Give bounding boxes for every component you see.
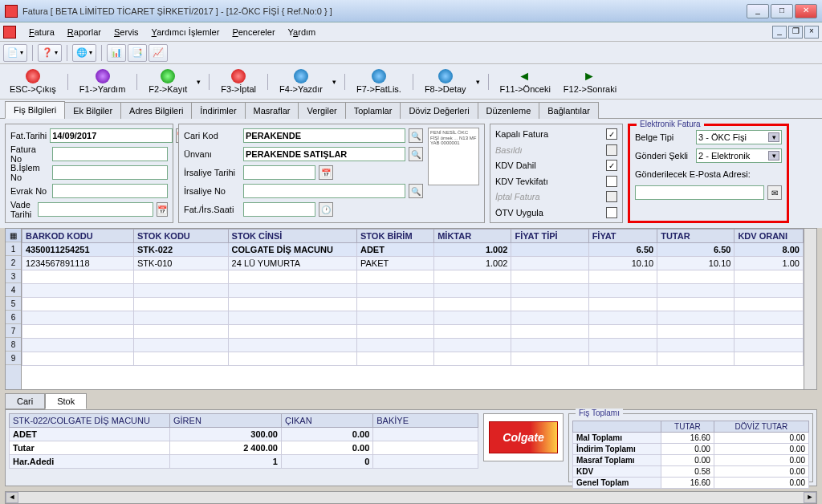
otv-checkbox[interactable] xyxy=(606,207,617,218)
grid-row[interactable]: 1234567891118STK-01024 LÜ YUMURTAPAKET1.… xyxy=(22,257,804,270)
grid-row[interactable]: 4350011254251STK-022COLGATE DİŞ MACUNUAD… xyxy=(22,243,804,257)
col-miktar[interactable]: MİKTAR xyxy=(434,230,511,243)
grid-rownum[interactable]: 9 xyxy=(6,352,21,365)
menu-pencereler[interactable]: Pencereler xyxy=(226,26,281,39)
menu-yardim[interactable]: Yardım xyxy=(282,26,323,39)
fattarihi-input[interactable] xyxy=(50,128,173,143)
col-barkod[interactable]: BARKOD KODU xyxy=(22,230,134,243)
lookup-icon[interactable]: 🔍 xyxy=(409,147,423,161)
tab-adres-bilgileri[interactable]: Adres Bilgileri xyxy=(120,102,192,119)
col-kdvorani[interactable]: KDV ORANI xyxy=(735,230,804,243)
tb-btn-6[interactable]: 📈 xyxy=(149,44,168,62)
menu-yardimci-islemler[interactable]: Yardımcı İşlemler xyxy=(145,26,226,39)
tb-btn-4[interactable]: 📊 xyxy=(107,44,126,62)
email-icon[interactable]: ✉ xyxy=(767,185,782,200)
grid-row[interactable] xyxy=(22,284,804,298)
tab-ek-bilgiler[interactable]: Ek Bilgiler xyxy=(64,102,121,119)
tab-toplamlar[interactable]: Toplamlar xyxy=(345,102,401,119)
mdi-restore-button[interactable]: ❐ xyxy=(788,26,803,39)
grid-rownum[interactable]: 4 xyxy=(6,283,21,297)
unvan-input[interactable] xyxy=(243,147,405,161)
grid-rownum[interactable]: 2 xyxy=(6,256,21,270)
close-button[interactable]: ✕ xyxy=(795,4,817,18)
grid-corner[interactable]: ▦ xyxy=(6,229,21,242)
esc-button[interactable]: ESC->Çıkış xyxy=(5,66,61,98)
f2-dropdown[interactable]: ▾ xyxy=(195,78,202,86)
col-stokkod[interactable]: STOK KODU xyxy=(134,230,229,243)
bislemno-input[interactable] xyxy=(52,165,168,180)
grid-rownum[interactable]: 6 xyxy=(6,311,21,324)
mdi-minimize-button[interactable]: _ xyxy=(772,26,787,39)
lookup-icon[interactable]: 🔍 xyxy=(409,184,423,198)
calendar-icon[interactable]: 📅 xyxy=(319,165,333,180)
kapali-checkbox[interactable]: ✓ xyxy=(606,128,617,140)
vadetarihi-input[interactable] xyxy=(38,202,153,217)
calendar-icon[interactable]: 📅 xyxy=(157,202,168,217)
col-fiyattipi[interactable]: FİYAT TİPİ xyxy=(511,230,588,243)
tab-indirimler[interactable]: İndirimler xyxy=(191,102,245,119)
fieldset-left: Fat.Tarihi📅 Fatura No B.İşlem No Evrak N… xyxy=(5,124,173,223)
grid-table[interactable]: BARKOD KODU STOK KODU STOK CİNSİ STOK Bİ… xyxy=(22,229,804,366)
tb-btn-1[interactable]: 📄▾ xyxy=(3,44,27,62)
tb-btn-2[interactable]: ❓▾ xyxy=(38,44,62,62)
gonderi-select[interactable]: 2 - Elektronik▾ xyxy=(696,148,782,163)
tab-vergiler[interactable]: Vergiler xyxy=(298,102,345,119)
faturano-label: Fatura No xyxy=(10,144,49,164)
f11-button[interactable]: ◄F11->Önceki xyxy=(495,66,555,98)
grid-rownum[interactable]: 5 xyxy=(6,297,21,311)
f8-button[interactable]: F8->Detay xyxy=(420,66,471,98)
grid-rownum[interactable]: 3 xyxy=(6,270,21,283)
col-fiyat[interactable]: FİYAT xyxy=(588,230,657,243)
f12-button[interactable]: ►F12->Sonraki xyxy=(559,66,621,98)
f3-button[interactable]: F3->İptal xyxy=(216,66,261,98)
menu-raporlar[interactable]: Raporlar xyxy=(61,26,108,39)
irsno-input[interactable] xyxy=(243,184,405,198)
f1-button[interactable]: F1->Yardım xyxy=(75,66,131,98)
grid-row[interactable] xyxy=(22,339,804,352)
f8-dropdown[interactable]: ▾ xyxy=(474,78,482,86)
tab-masraflar[interactable]: Masraflar xyxy=(245,102,299,119)
lookup-icon[interactable]: 🔍 xyxy=(409,128,423,143)
grid-row[interactable] xyxy=(22,270,804,284)
grid-row[interactable] xyxy=(22,311,804,325)
tab-baglantilar[interactable]: Bağlantılar xyxy=(539,102,599,119)
btab-cari[interactable]: Cari xyxy=(5,393,45,409)
f2-button[interactable]: F2->Kayıt xyxy=(144,66,192,98)
menu-fatura[interactable]: Fatura xyxy=(22,26,61,39)
maximize-button[interactable]: □ xyxy=(771,4,793,18)
carikod-input[interactable] xyxy=(243,128,405,143)
tab-doviz-degerleri[interactable]: Döviz Değerleri xyxy=(400,102,478,119)
tab-duzenleme[interactable]: Düzenleme xyxy=(478,102,540,119)
f4-button[interactable]: F4->Yazdır xyxy=(275,66,328,98)
clock-icon[interactable]: 🕐 xyxy=(319,202,333,217)
col-stokbirim[interactable]: STOK BİRİM xyxy=(356,230,433,243)
mdi-close-button[interactable]: × xyxy=(804,26,819,39)
grid-row[interactable] xyxy=(22,325,804,339)
grid-row[interactable] xyxy=(22,352,804,366)
kapali-label: Kapalı Fatura xyxy=(495,129,603,139)
f7-button[interactable]: F7->FatLis. xyxy=(352,66,406,98)
evrakno-input[interactable] xyxy=(52,184,168,198)
btab-stok[interactable]: Stok xyxy=(45,393,87,409)
belgetipi-select[interactable]: 3 - ÖKC Fişi▾ xyxy=(696,130,782,144)
faturano-input[interactable] xyxy=(52,147,168,161)
tab-fis-bilgileri[interactable]: Fiş Bilgileri xyxy=(5,101,65,119)
grid-vscroll[interactable] xyxy=(804,229,816,389)
grid-rownum[interactable]: 7 xyxy=(6,324,21,338)
irstarih-input[interactable] xyxy=(243,165,315,180)
grid-row[interactable] xyxy=(22,298,804,311)
minimize-button[interactable]: _ xyxy=(747,4,769,18)
menu-servis[interactable]: Servis xyxy=(108,26,145,39)
tb-btn-5[interactable]: 📑 xyxy=(128,44,147,62)
col-stokcinsi[interactable]: STOK CİNSİ xyxy=(228,230,356,243)
kdvdahil-checkbox[interactable]: ✓ xyxy=(606,160,617,171)
col-tutar[interactable]: TUTAR xyxy=(657,230,735,243)
bottom-hscroll[interactable]: ◄► xyxy=(5,491,817,504)
kdvtevk-checkbox[interactable] xyxy=(606,176,617,187)
grid-rownum[interactable]: 8 xyxy=(6,338,21,352)
eposta-input[interactable] xyxy=(635,185,764,200)
f4-dropdown[interactable]: ▾ xyxy=(331,78,338,86)
fatirssaati-input[interactable] xyxy=(243,202,315,217)
tb-btn-3[interactable]: 🌐▾ xyxy=(72,44,96,62)
grid-rownum[interactable]: 1 xyxy=(6,242,21,256)
